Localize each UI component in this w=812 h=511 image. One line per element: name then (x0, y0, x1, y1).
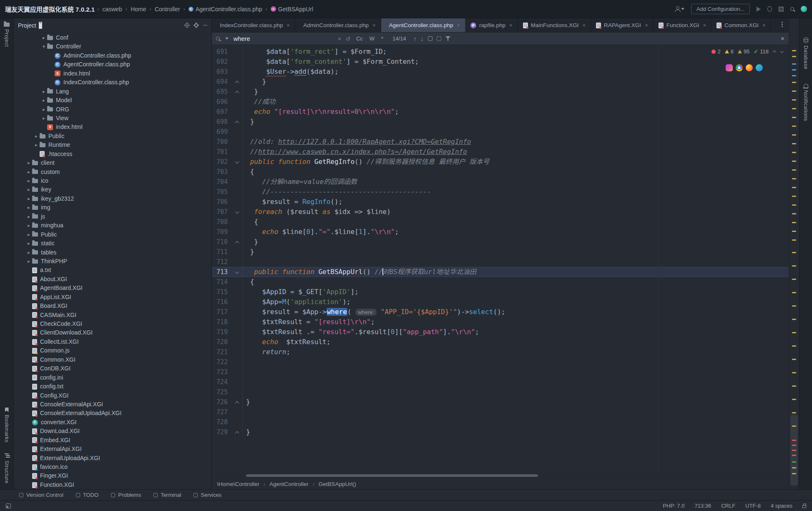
tree-item-Conf[interactable]: ▸Conf (14, 33, 211, 42)
code-line-700[interactable]: 700 //old: http://127.0.0.1:800/RapAgent… (212, 137, 789, 147)
stripe-mark[interactable] (792, 99, 796, 101)
fold-marker-icon[interactable] (235, 80, 239, 84)
fold-marker-icon[interactable] (235, 430, 239, 434)
stripe-mark[interactable] (792, 412, 796, 413)
stripe-mark[interactable] (792, 82, 796, 83)
code-line-721[interactable]: 721 return; (212, 347, 789, 357)
lock-icon[interactable] (802, 505, 806, 508)
stripe-mark[interactable] (792, 359, 796, 360)
code-editor[interactable]: 2895✓118 691 $data['form_rect'] = $Form_… (212, 45, 789, 473)
tree-item-AppList.XGI[interactable]: AppList.XGI (14, 293, 211, 302)
code-line-705[interactable]: 705 //----------------------------------… (212, 187, 789, 197)
tree-collapse-icon[interactable]: ▸ (25, 185, 32, 194)
tree-item-static[interactable]: ▸static (14, 239, 211, 248)
code-line-692[interactable]: 692 $data['form_content'] = $Form_Conten… (212, 57, 789, 67)
stripe-mark[interactable] (792, 461, 796, 463)
tree-collapse-icon[interactable]: ▸ (25, 221, 32, 230)
code-line-713[interactable]: 713 public function GetBSAppUrl() //对BS程… (212, 267, 789, 277)
tree-item-ORG[interactable]: ▸ORG (14, 105, 211, 114)
stripe-mark[interactable] (792, 126, 796, 127)
tree-item-js[interactable]: ▸js (14, 212, 211, 221)
tree-item-Controller[interactable]: ▾Controller (14, 42, 211, 51)
add-configuration-button[interactable]: Add Configuration... (691, 4, 750, 14)
stripe-mark[interactable] (792, 425, 796, 427)
stripe-mark[interactable] (792, 455, 796, 456)
search-toggle-Cc[interactable]: Cc (354, 35, 365, 42)
status-item[interactable]: UTF-8 (745, 503, 761, 509)
breadcrumb-item[interactable]: Home (131, 6, 146, 13)
code-line-695[interactable]: 695 } (212, 87, 789, 97)
tab-options-icon[interactable] (782, 22, 783, 23)
close-tab-icon[interactable]: × (509, 22, 513, 28)
code-line-726[interactable]: 726} (212, 397, 789, 407)
tree-item-converter.XGI[interactable]: Cconverter.XGI (14, 418, 211, 427)
error-stripe[interactable] (789, 18, 799, 489)
tree-item-.htaccess[interactable]: .htaccess (14, 150, 211, 159)
stripe-mark[interactable] (792, 473, 796, 474)
fold-marker-icon[interactable] (235, 120, 239, 124)
breadcrumb-item[interactable]: \Home\Controller (217, 481, 259, 487)
code-line-694[interactable]: 694 } (212, 77, 789, 87)
close-tab-icon[interactable]: × (457, 22, 460, 28)
stripe-mark[interactable] (792, 467, 796, 468)
stripe-mark[interactable] (792, 152, 796, 153)
tree-item-CASMain.XGI[interactable]: CASMain.XGI (14, 311, 211, 320)
tree-collapse-icon[interactable]: ▸ (40, 96, 47, 105)
stripe-mark[interactable] (792, 63, 796, 65)
stripe-mark[interactable] (792, 117, 796, 118)
breadcrumb-item[interactable]: mGetBSAppUrl (271, 6, 313, 13)
stripe-mark[interactable] (792, 196, 796, 197)
fold-marker-icon[interactable] (235, 210, 239, 214)
locate-file-icon[interactable] (185, 23, 189, 28)
code-line-728[interactable]: 728 (212, 417, 789, 427)
stripe-mark[interactable] (792, 292, 796, 293)
search-input[interactable]: where (234, 35, 334, 42)
status-item[interactable]: CRLF (721, 503, 735, 509)
code-line-702[interactable]: 702 public function GetRegInfo() //得到服务器… (212, 157, 789, 167)
code-line-712[interactable]: 712 (212, 257, 789, 267)
code-line-717[interactable]: 717 $result = $App->where( where: "APP_I… (212, 307, 789, 317)
breadcrumb-item[interactable]: casweb (102, 6, 122, 13)
tree-item-Common.js[interactable]: Common.js (14, 346, 211, 355)
tool-button-database[interactable]: Database (803, 38, 809, 70)
fold-marker-icon[interactable] (235, 160, 239, 164)
breadcrumb-item[interactable]: AgentController (269, 481, 309, 487)
stripe-mark[interactable] (792, 385, 796, 387)
tree-item-config.txt[interactable]: config.txt (14, 382, 211, 391)
tree-collapse-icon[interactable]: ▸ (25, 212, 32, 221)
tree-item-Runtime[interactable]: ▸Runtime (14, 141, 211, 149)
tree-item-index.html[interactable]: 5index.html (14, 69, 211, 78)
clear-search-icon[interactable]: × (338, 35, 341, 42)
tree-item-About.XGI[interactable]: About.XGI (14, 275, 211, 284)
fold-marker-icon[interactable] (235, 90, 239, 94)
stripe-mark[interactable] (792, 91, 796, 92)
close-find-bar-icon[interactable]: × (781, 35, 784, 43)
stripe-mark[interactable] (792, 69, 796, 70)
code-line-729[interactable]: 729} (212, 427, 789, 437)
tab-rapfile.php[interactable]: Prapfile.php× (465, 18, 518, 32)
stripe-mark[interactable] (792, 161, 796, 162)
search-everywhere-icon[interactable] (790, 7, 794, 11)
stripe-mark[interactable] (792, 399, 796, 400)
tree-item-ikey[interactable]: ▸ikey (14, 185, 211, 194)
code-line-723[interactable]: 723 (212, 367, 789, 377)
tree-collapse-icon[interactable]: ▸ (25, 159, 32, 167)
stripe-mark[interactable] (792, 231, 796, 232)
tree-item-favicon.ico[interactable]: favicon.ico (14, 463, 211, 471)
tree-item-Common.XGI[interactable]: Common.XGI (14, 355, 211, 364)
tool-button-structure[interactable]: Structure (4, 453, 10, 483)
code-line-698[interactable]: 698 } (212, 117, 789, 127)
tree-item-img[interactable]: ▸img (14, 203, 211, 212)
tree-item-ClientDownload.XGI[interactable]: ClientDownload.XGI (14, 328, 211, 337)
tool-button-project[interactable]: Project (4, 23, 10, 47)
fold-marker-icon[interactable] (235, 400, 239, 404)
stripe-mark[interactable] (792, 187, 796, 188)
tree-collapse-icon[interactable]: ▸ (40, 87, 47, 96)
stripe-mark[interactable] (792, 440, 796, 441)
close-tab-icon[interactable]: × (762, 22, 766, 28)
tree-item-ThinkPHP[interactable]: ▸ThinkPHP (14, 257, 211, 266)
tree-item-IndexController.class.php[interactable]: CIndexController.class.php (14, 78, 211, 87)
stripe-mark[interactable] (792, 239, 796, 241)
tool-button-terminal[interactable]: Terminal (153, 492, 181, 498)
tree-collapse-icon[interactable]: ▸ (33, 132, 40, 141)
